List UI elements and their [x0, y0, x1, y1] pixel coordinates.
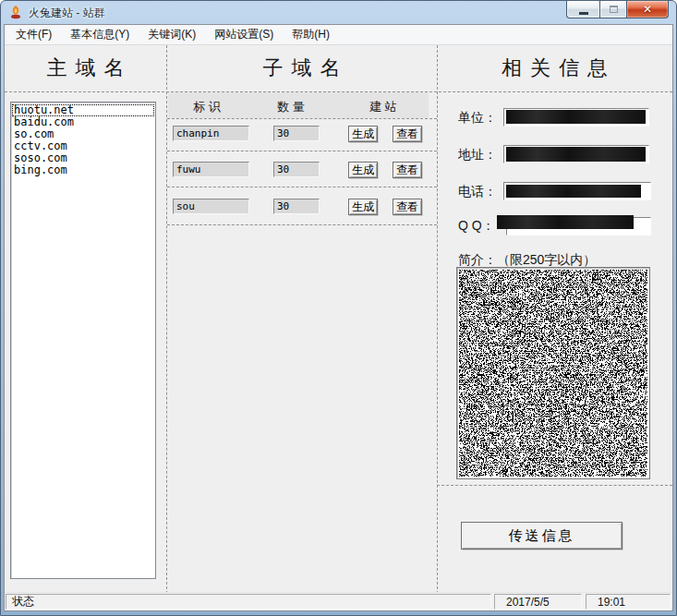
window-controls: ✕: [566, 1, 669, 18]
phone-label: 电话：: [458, 184, 497, 200]
view-button[interactable]: 查看: [393, 126, 422, 142]
info-section-divider: [437, 485, 672, 486]
menu-item-basic-info[interactable]: 基本信息(Y): [61, 24, 139, 45]
sub-domain-header-band: 标 识 数 量 建 站: [168, 92, 429, 118]
generate-button[interactable]: 生成: [348, 199, 378, 215]
intro-textarea[interactable]: [456, 267, 650, 479]
view-button[interactable]: 查看: [393, 199, 422, 215]
menu-item-site-settings[interactable]: 网站设置(S): [205, 24, 283, 45]
unit-label: 单位：: [458, 110, 497, 127]
sub-domain-row: 生成 查看: [167, 118, 437, 151]
app-icon: [8, 5, 23, 19]
generate-button[interactable]: 生成: [348, 162, 378, 178]
intro-redaction-noise: [459, 270, 647, 477]
phone-redaction-bar: [506, 185, 641, 198]
statusbar: 状态 2017/5/5 19:01: [5, 592, 672, 610]
app-window: 火兔建站 - 站群 ✕ 文件(F) 基本信息(Y) 关键词(K) 网站设置(S)…: [0, 0, 677, 616]
close-icon: ✕: [643, 3, 652, 16]
app-body: 文件(F) 基本信息(Y) 关键词(K) 网站设置(S) 帮助(H) 主域名 子…: [4, 24, 673, 611]
status-text: 状态: [12, 594, 34, 610]
minimize-button[interactable]: [566, 1, 599, 18]
maximize-icon: [610, 6, 618, 13]
subdomain-count-input[interactable]: [273, 162, 320, 177]
menubar: 文件(F) 基本信息(Y) 关键词(K) 网站设置(S) 帮助(H): [5, 25, 672, 45]
subdomain-id-input[interactable]: [173, 162, 249, 177]
subrow-divider-4: [167, 224, 437, 225]
header-id: 标 识: [179, 99, 235, 115]
minimize-icon: [579, 12, 588, 15]
generate-button[interactable]: 生成: [348, 126, 378, 142]
date-panel: 2017/5/5: [494, 594, 582, 610]
maximize-button[interactable]: [599, 1, 626, 18]
subdomain-id-input[interactable]: [173, 199, 249, 214]
header-build: 建 站: [356, 99, 411, 115]
address-label: 地址：: [458, 147, 497, 163]
subdomain-id-input[interactable]: [173, 126, 249, 141]
sub-domain-row: 生成 查看: [167, 151, 437, 187]
menu-item-help[interactable]: 帮助(H): [283, 24, 339, 45]
qq-redaction-bar: [497, 215, 634, 229]
sub-domain-title: 子域名: [166, 54, 437, 82]
subdomain-count-input[interactable]: [273, 199, 320, 214]
info-title: 相关信息: [437, 54, 672, 82]
sub-domain-row: 生成 查看: [167, 187, 437, 224]
main-domain-title: 主域名: [5, 54, 166, 82]
date-text: 2017/5/5: [506, 596, 550, 609]
qq-label: Q Q：: [458, 218, 495, 235]
status-panel: 状态: [6, 594, 491, 610]
window-title: 火兔建站 - 站群: [29, 6, 105, 21]
header-count: 数 量: [263, 99, 319, 115]
titlebar[interactable]: 火兔建站 - 站群 ✕: [1, 1, 676, 24]
menu-item-keywords[interactable]: 关键词(K): [139, 24, 205, 45]
time-text: 19:01: [598, 596, 625, 609]
subdomain-count-input[interactable]: [273, 126, 320, 141]
menu-item-file[interactable]: 文件(F): [6, 24, 61, 45]
list-item-domain[interactable]: bing.com: [12, 164, 154, 176]
view-button[interactable]: 查看: [393, 162, 422, 178]
send-info-button[interactable]: 传送信息: [461, 522, 623, 550]
workspace: 主域名 子域名 相关信息 huotu.net baidu.com so.com …: [5, 45, 672, 592]
time-panel: 19:01: [586, 594, 671, 610]
address-redaction-bar: [506, 147, 646, 162]
main-domain-listbox: huotu.net baidu.com so.com cctv.com soso…: [10, 102, 156, 579]
column-divider-2: [437, 45, 438, 592]
unit-redaction-bar: [506, 110, 646, 124]
close-button[interactable]: ✕: [626, 1, 669, 18]
